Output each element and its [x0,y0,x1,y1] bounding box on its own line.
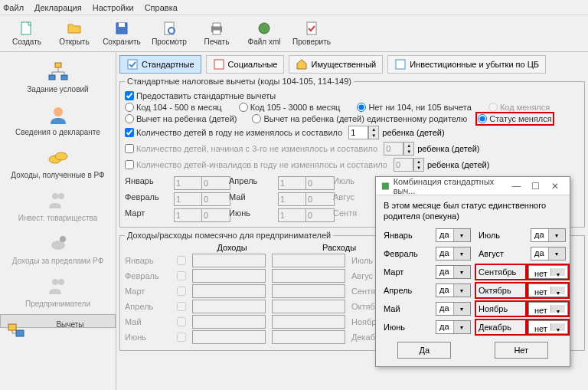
svg-rect-27 [382,182,389,189]
chevron-down-icon[interactable]: ▾ [453,284,471,297]
chevron-down-icon[interactable]: ▾ [550,305,565,313]
input-apr-a[interactable] [278,176,307,190]
svg-rect-0 [21,22,31,34]
sidebar-item-entrepr[interactable]: Предприниматели [0,271,116,314]
open-button[interactable]: Открыть [51,17,98,51]
tab-property[interactable]: Имущественный [289,55,383,74]
minimize-button[interactable]: — [507,181,526,192]
income-jan [192,254,266,267]
menu-help[interactable]: Справка [145,3,178,12]
tab-standard[interactable]: Стандартные [119,55,201,74]
spinner-updown-icon[interactable]: ▲▼ [413,158,424,172]
input-feb-a[interactable] [174,192,203,206]
select-oct[interactable]: нет▾ [528,283,568,297]
input-jan-b[interactable] [201,176,230,190]
chk-jan [177,256,186,265]
label-suffix: ребенка (детей) [382,128,444,137]
svg-rect-6 [213,23,220,27]
checkbox-provide[interactable]: Предоставить стандартные вычеты [125,91,276,100]
chevron-down-icon[interactable]: ▾ [550,268,565,276]
tab-invest-cb[interactable]: Инвестиционные и убытки по ЦБ [387,55,546,74]
radio-code-changed: Код менялся [488,103,550,112]
sidebar-item-declarant[interactable]: Сведения о декларанте [0,100,116,143]
input-jun-b[interactable] [305,208,335,222]
select-sep[interactable]: нет▾ [528,265,568,279]
radio-child-deduction[interactable]: Вычет на ребенка (детей) [125,114,237,123]
dlg-label-mar: Март [384,267,428,277]
radio-code104[interactable]: Код 104 - 500 в месяц [125,103,222,112]
input-mar-b[interactable] [201,208,230,222]
maximize-button[interactable]: ☐ [526,181,545,192]
input-mar-a[interactable] [174,208,203,222]
sidebar-item-invest[interactable]: Инвест. товарищества [0,185,116,228]
chevron-down-icon[interactable]: ▾ [550,287,565,294]
chevron-down-icon[interactable]: ▾ [453,247,471,260]
select-dec[interactable]: нет▾ [528,320,568,334]
sidebar-item-task[interactable]: Задание условий [0,57,116,100]
dialog-titlebar[interactable]: Комбинация стандартных выч... — ☐ ✕ [376,177,570,195]
spinner-updown-icon[interactable]: ▲▼ [403,142,414,156]
expense-jun [272,330,345,344]
select-feb[interactable]: да▾ [436,247,471,261]
create-button[interactable]: Создать [3,17,51,51]
preview-button[interactable]: Просмотр [145,17,193,51]
label-aug-trunc: Авгус [333,192,371,206]
chevron-down-icon[interactable]: ▾ [550,323,565,331]
dialog-yes-button[interactable]: Да [397,342,451,359]
sidebar: Задание условий Сведения о декларанте До… [0,52,116,390]
income-apr [192,300,266,313]
close-button[interactable]: ✕ [546,181,565,192]
menu-file[interactable]: Файл [3,3,24,12]
input-jun-a[interactable] [278,208,307,222]
input-jan-a[interactable] [174,176,203,190]
checkbox-children-from3[interactable]: Количество детей, начиная с 3-го не изме… [125,144,377,153]
radio-code105[interactable]: Код 105 - 3000 в месяц [239,103,341,112]
radio-no104-105[interactable]: Нет ни 104, ни 105 вычета [357,103,471,112]
menu-declaration[interactable]: Декларация [34,3,82,12]
input-may-a[interactable] [278,192,307,206]
sidebar-item-income-abroad[interactable]: Доходы за пределами РФ [0,228,116,271]
select-jan[interactable]: да▾ [436,228,471,242]
sidebar-item-income-rf[interactable]: Доходы, полученные в РФ [0,143,116,185]
save-button[interactable]: Сохранить [98,17,145,51]
svg-rect-25 [214,60,224,69]
tab-bar: Стандартные Социальные Имущественный Инв… [119,55,585,74]
select-jun[interactable]: да▾ [436,320,471,334]
print-button[interactable]: Печать [193,17,240,51]
select-nov[interactable]: нет▾ [528,302,568,316]
menu-bar: Файл Декларация Настройки Справка [0,0,588,15]
spinner-disabled[interactable]: ▲▼ [394,158,424,172]
radio-status-changed[interactable]: Статус менялся [478,114,551,123]
checkbox-children-count[interactable]: Количество детей в году не изменялось и … [125,128,342,137]
select-jul[interactable]: да▾ [531,228,566,242]
chevron-down-icon[interactable]: ▾ [453,266,471,278]
input-apr-b[interactable] [305,176,335,190]
spinner-children3[interactable]: ▲▼ [384,142,414,156]
spinner-children[interactable]: ▲▼ [348,126,379,139]
chevron-down-icon[interactable]: ▾ [453,321,471,333]
sidebar-item-deductions[interactable]: Вычеты [0,314,116,328]
select-mar[interactable]: да▾ [436,265,471,279]
chevron-down-icon[interactable]: ▾ [548,229,566,241]
expense-mar [272,284,345,298]
label-apr: Апрель [229,176,273,190]
chevron-down-icon[interactable]: ▾ [548,247,566,260]
filexml-button[interactable]: Файл xml [240,17,288,51]
label-sep-trunc: Сентя [333,208,371,222]
select-aug[interactable]: да▾ [531,247,566,261]
chevron-down-icon[interactable]: ▾ [453,229,471,241]
checkbox-disabled-children[interactable]: Количество детей-инвалидов в году не изм… [125,160,387,169]
spinner-updown-icon[interactable]: ▲▼ [368,126,379,139]
chevron-down-icon[interactable]: ▾ [453,303,471,315]
input-may-b[interactable] [305,192,335,206]
dialog-no-button[interactable]: Нет [495,342,548,359]
input-feb-b[interactable] [201,192,230,206]
radio-single-parent[interactable]: Вычет на ребенка (детей) единственному р… [252,114,467,123]
check-button[interactable]: Проверить [288,17,335,51]
col-income: Доходы [178,243,286,252]
svg-point-20 [52,279,58,285]
tab-social[interactable]: Социальные [206,55,285,74]
select-apr[interactable]: да▾ [436,283,471,297]
menu-settings[interactable]: Настройки [93,3,134,12]
select-may[interactable]: да▾ [436,302,471,316]
